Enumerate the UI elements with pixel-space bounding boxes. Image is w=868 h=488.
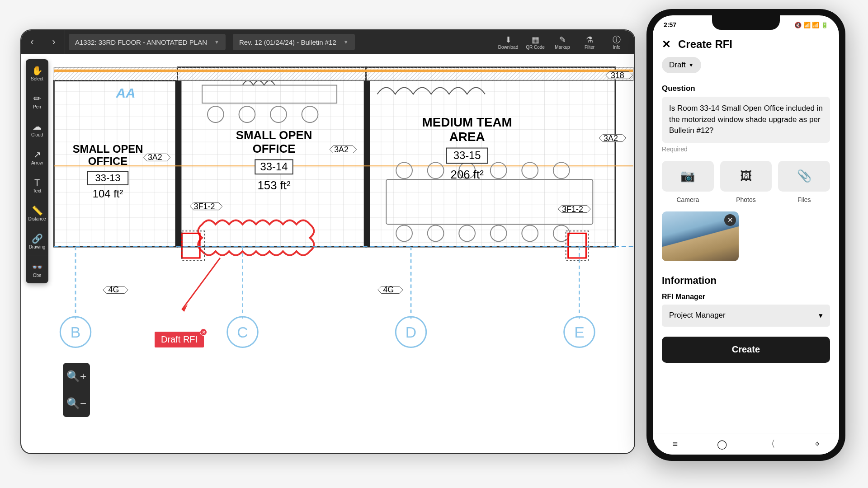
zoom-in-button[interactable]: 🔍+ — [63, 363, 90, 390]
nav-back-button[interactable]: ‹ — [21, 30, 43, 54]
download-button[interactable]: ⬇Download — [496, 35, 520, 50]
revision-dropdown-label: Rev. 12 (01/24/24) - Bulletin #12 — [239, 38, 336, 46]
floor-plan-svg: B C D E 3A2 3A2 3A2 318 3F1-2 3F1-2 4G 4… — [53, 54, 634, 453]
question-label: Question — [662, 84, 830, 93]
phone-body: Draft ▼ Question Is Room 33-14 Small Ope… — [653, 57, 839, 433]
files-button[interactable]: 📎 Files — [778, 161, 830, 203]
svg-text:153 ft²: 153 ft² — [257, 179, 291, 192]
phone-notch — [712, 15, 780, 30]
arrow-tool[interactable]: ↗Arrow — [26, 143, 48, 171]
status-icons: 🔇 📶 📶 🔋 — [794, 22, 828, 28]
image-icon: 🖼 — [740, 169, 752, 183]
obs-tool[interactable]: 👓Obs — [26, 255, 48, 283]
svg-rect-6 — [175, 81, 182, 247]
svg-rect-5 — [54, 67, 633, 81]
camera-icon: 📷 — [680, 169, 695, 183]
tablet-app: ‹ › A1332: 33RD FLOOR - ANNOTATED PLAN ▼… — [20, 29, 635, 454]
create-button[interactable]: Create — [662, 337, 830, 363]
svg-rect-3 — [177, 67, 366, 247]
draft-rfi-tag[interactable]: Draft RFI ✕ — [155, 332, 204, 347]
select-tool[interactable]: ✋Select — [26, 59, 48, 87]
question-input[interactable]: Is Room 33-14 Small Open Office included… — [662, 97, 830, 143]
svg-text:33-15: 33-15 — [453, 149, 481, 161]
tool-palette: ✋Select ✏Pen ☁Cloud ↗Arrow TText 📏Distan… — [26, 59, 48, 283]
phone-screen: 2:57 🔇 📶 📶 🔋 ✕ Create RFI Draft ▼ Questi… — [653, 15, 839, 455]
pen-tool[interactable]: ✏Pen — [26, 87, 48, 115]
recents-button[interactable]: ≡ — [672, 439, 678, 449]
drawing-tool[interactable]: 🔗Drawing — [26, 227, 48, 255]
svg-text:AA: AA — [115, 85, 135, 100]
chevron-down-icon: ▼ — [214, 39, 219, 45]
page-title: Create RFI — [678, 38, 732, 51]
svg-text:33-13: 33-13 — [95, 172, 121, 183]
sheet-dropdown[interactable]: A1332: 33RD FLOOR - ANNOTATED PLAN ▼ — [69, 34, 226, 50]
plan-canvas[interactable]: B C D E 3A2 3A2 3A2 318 3F1-2 3F1-2 4G 4… — [53, 54, 634, 453]
nav-forward-button[interactable]: › — [43, 30, 65, 54]
svg-text:D: D — [406, 324, 416, 341]
svg-text:3F1-2: 3F1-2 — [194, 202, 215, 211]
distance-tool[interactable]: 📏Distance — [26, 199, 48, 227]
camera-button[interactable]: 📷 Camera — [662, 161, 714, 203]
status-chip[interactable]: Draft ▼ — [662, 57, 701, 73]
close-button[interactable]: ✕ — [662, 38, 671, 51]
arrow-icon: ↗ — [33, 149, 41, 160]
information-heading: Information — [662, 275, 830, 286]
phone-device: 2:57 🔇 📶 📶 🔋 ✕ Create RFI Draft ▼ Questi… — [646, 9, 845, 461]
svg-text:3F1-2: 3F1-2 — [562, 205, 583, 214]
svg-text:104 ft²: 104 ft² — [93, 188, 123, 200]
svg-text:B: B — [71, 324, 81, 341]
info-button[interactable]: ⓘInfo — [604, 35, 629, 50]
accessibility-button[interactable]: ⌖ — [815, 439, 820, 449]
svg-rect-7 — [364, 81, 370, 247]
hand-icon: ✋ — [32, 65, 43, 76]
top-actions: ⬇Download ▦QR Code ✎Markup ⚗Filter ⓘInfo — [496, 35, 634, 50]
svg-text:E: E — [574, 324, 585, 341]
sheet-dropdown-label: A1332: 33RD FLOOR - ANNOTATED PLAN — [75, 38, 207, 46]
svg-text:206 ft²: 206 ft² — [451, 168, 484, 181]
manager-label: RFI Manager — [662, 293, 830, 301]
glasses-icon: 👓 — [32, 261, 43, 273]
revision-dropdown[interactable]: Rev. 12 (01/24/24) - Bulletin #12 ▼ — [233, 34, 355, 50]
back-button[interactable]: 〈 — [766, 438, 775, 450]
photos-button[interactable]: 🖼 Photos — [720, 161, 772, 203]
text-icon: T — [34, 177, 40, 188]
required-label: Required — [662, 145, 830, 153]
link-icon: 🔗 — [32, 233, 43, 244]
text-tool[interactable]: TText — [26, 171, 48, 199]
home-button[interactable]: ◯ — [717, 439, 727, 450]
ruler-icon: 📏 — [32, 205, 43, 216]
filter-button[interactable]: ⚗Filter — [577, 35, 602, 50]
svg-text:C: C — [237, 324, 248, 341]
top-bar: ‹ › A1332: 33RD FLOOR - ANNOTATED PLAN ▼… — [21, 30, 634, 54]
manager-select[interactable]: Project Manager ▾ — [662, 305, 830, 327]
paperclip-icon: 📎 — [797, 169, 811, 183]
download-icon: ⬇ — [505, 35, 512, 45]
zoom-control: 🔍+ 🔍− — [63, 363, 90, 417]
status-time: 2:57 — [664, 21, 676, 28]
phone-header: ✕ Create RFI — [653, 34, 839, 57]
cloud-icon: ☁ — [33, 121, 42, 132]
remove-thumbnail-button[interactable]: ✕ — [724, 214, 736, 226]
attachment-row: 📷 Camera 🖼 Photos 📎 Files — [662, 161, 830, 203]
close-icon[interactable]: ✕ — [200, 328, 207, 336]
qrcode-button[interactable]: ▦QR Code — [523, 35, 547, 50]
filter-icon: ⚗ — [586, 35, 593, 45]
svg-rect-4 — [366, 67, 615, 247]
chevron-down-icon: ▼ — [344, 39, 349, 45]
nav-arrows: ‹ › — [21, 30, 65, 54]
photo-thumbnail[interactable]: ✕ — [662, 211, 739, 261]
svg-line-28 — [182, 258, 220, 310]
markup-icon: ✎ — [559, 35, 566, 45]
svg-text:33-14: 33-14 — [260, 160, 288, 173]
android-nav-bar: ≡ ◯ 〈 ⌖ — [653, 433, 839, 455]
svg-text:3A2: 3A2 — [148, 153, 162, 162]
markup-button[interactable]: ✎Markup — [550, 35, 575, 50]
pen-icon: ✏ — [33, 93, 41, 104]
svg-text:4G: 4G — [108, 285, 119, 294]
zoom-out-button[interactable]: 🔍− — [63, 390, 90, 417]
svg-text:3A2: 3A2 — [334, 145, 349, 154]
svg-text:4G: 4G — [383, 285, 394, 294]
svg-text:318: 318 — [611, 71, 624, 80]
info-icon: ⓘ — [613, 35, 621, 45]
cloud-tool[interactable]: ☁Cloud — [26, 115, 48, 143]
